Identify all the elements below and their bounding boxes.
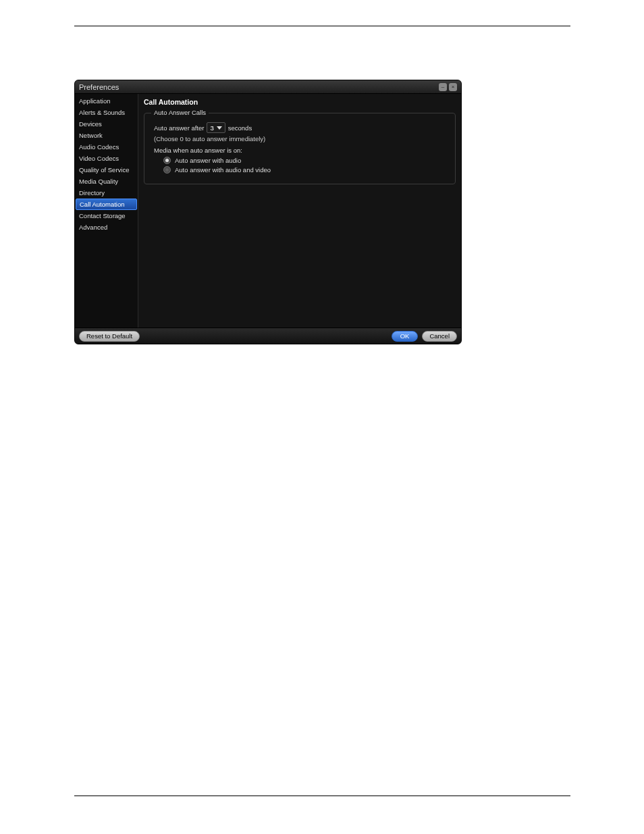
- sidebar-item-application[interactable]: Application: [75, 95, 138, 107]
- auto-answer-seconds-select[interactable]: 3: [207, 122, 225, 133]
- sidebar-item-media-quality[interactable]: Media Quality: [75, 176, 138, 187]
- sidebar-item-audio-codecs[interactable]: Audio Codecs: [75, 141, 138, 153]
- chevron-down-icon: [217, 126, 222, 130]
- radio-label-av: Auto answer with audio and video: [175, 166, 271, 174]
- page-divider-bottom: [74, 796, 570, 796]
- immediate-note: (Choose 0 to auto answer immediately): [154, 135, 448, 142]
- sidebar-item-advanced[interactable]: Advanced: [75, 221, 138, 233]
- titlebar: Preferences – ×: [75, 80, 461, 94]
- sidebar: Application Alerts & Sounds Devices Netw…: [75, 94, 138, 328]
- reset-to-default-button[interactable]: Reset to Default: [79, 331, 140, 342]
- group-legend: Auto Answer Calls: [151, 109, 209, 116]
- sidebar-item-alerts-sounds[interactable]: Alerts & Sounds: [75, 107, 138, 118]
- sidebar-item-contact-storage[interactable]: Contact Storage: [75, 210, 138, 221]
- media-heading: Media when auto answer is on:: [154, 147, 448, 154]
- radio-icon: [163, 157, 171, 164]
- auto-answer-group: Auto Answer Calls Auto answer after 3 se…: [144, 113, 456, 184]
- minimize-icon[interactable]: –: [439, 83, 447, 91]
- content-title: Call Automation: [144, 97, 456, 109]
- sidebar-item-qos[interactable]: Quality of Service: [75, 164, 138, 176]
- footer: Reset to Default OK Cancel: [75, 328, 461, 344]
- auto-answer-prefix: Auto answer after: [154, 124, 204, 132]
- content-pane: Call Automation Auto Answer Calls Auto a…: [138, 94, 461, 328]
- radio-label-audio: Auto answer with audio: [175, 157, 241, 164]
- sidebar-item-devices[interactable]: Devices: [75, 118, 138, 130]
- cancel-button[interactable]: Cancel: [422, 331, 457, 342]
- radio-auto-answer-audio[interactable]: Auto answer with audio: [163, 157, 448, 164]
- ok-button[interactable]: OK: [392, 331, 419, 342]
- window-body: Application Alerts & Sounds Devices Netw…: [75, 94, 461, 328]
- auto-answer-suffix: seconds: [228, 124, 252, 132]
- sidebar-item-directory[interactable]: Directory: [75, 187, 138, 199]
- sidebar-item-network[interactable]: Network: [75, 130, 138, 141]
- auto-answer-row: Auto answer after 3 seconds: [154, 122, 448, 133]
- auto-answer-seconds-value: 3: [210, 124, 213, 132]
- window-title: Preferences: [79, 83, 439, 91]
- preferences-window: Preferences – × Application Alerts & Sou…: [74, 80, 462, 344]
- titlebar-controls: – ×: [439, 83, 457, 91]
- sidebar-item-video-codecs[interactable]: Video Codecs: [75, 153, 138, 164]
- sidebar-item-call-automation[interactable]: Call Automation: [76, 199, 137, 210]
- radio-icon: [163, 166, 171, 174]
- page-divider-top: [74, 26, 570, 26]
- close-icon[interactable]: ×: [449, 83, 457, 91]
- radio-auto-answer-audio-video[interactable]: Auto answer with audio and video: [163, 166, 448, 174]
